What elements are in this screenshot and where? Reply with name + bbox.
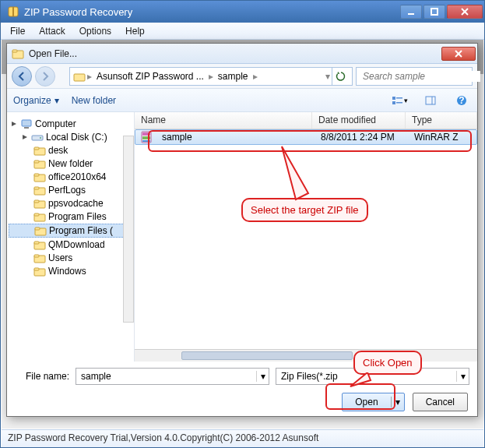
breadcrumb-segment[interactable]: Asunsoft ZIP Password ... [93, 71, 207, 82]
svg-rect-7 [12, 50, 17, 52]
svg-rect-30 [34, 174, 39, 176]
close-main-button[interactable] [447, 5, 483, 19]
main-titlebar[interactable]: ZIP Password Recovery [1, 1, 484, 23]
file-list[interactable]: sample 8/8/2011 2:24 PM WinRAR Z [135, 129, 477, 349]
annotation-click-open: Click Open [353, 351, 422, 375]
chevron-right-icon[interactable]: ▸ [253, 71, 258, 82]
folder-icon [33, 171, 46, 182]
tree-scrollbar[interactable] [123, 136, 134, 323]
column-date[interactable]: Date modified [312, 112, 406, 129]
breadcrumb-dropdown-icon[interactable]: ▾ [325, 71, 330, 82]
svg-rect-3 [431, 9, 438, 15]
tree-drive[interactable]: Local Disk (C:) [9, 131, 132, 143]
folder-icon [33, 158, 46, 169]
filename-dropdown-icon[interactable]: ▾ [256, 371, 269, 382]
folder-icon [33, 185, 46, 196]
preview-pane-button[interactable] [421, 92, 440, 109]
expander-open-icon[interactable] [21, 133, 29, 141]
expander-open-icon[interactable] [10, 120, 18, 128]
folder-icon [33, 266, 46, 277]
svg-rect-1 [12, 7, 14, 16]
svg-rect-21 [22, 120, 31, 126]
menu-file[interactable]: File [4, 24, 31, 38]
help-button[interactable]: ? [452, 92, 471, 109]
tree-folder[interactable]: Program Files ( [9, 224, 132, 238]
close-dialog-button[interactable] [441, 47, 476, 61]
folder-icon [73, 70, 86, 83]
svg-rect-36 [34, 213, 39, 216]
svg-rect-48 [142, 140, 150, 142]
folder-icon [33, 252, 46, 263]
forward-button[interactable] [35, 66, 55, 86]
list-item[interactable]: sample 8/8/2011 2:24 PM WinRAR Z [135, 129, 477, 145]
svg-rect-14 [396, 97, 402, 99]
folder-icon [33, 198, 46, 209]
filename-input[interactable] [76, 371, 256, 382]
open-dropdown-icon[interactable]: ▾ [392, 397, 404, 407]
horizontal-scrollbar[interactable] [135, 349, 477, 362]
open-button[interactable]: Open ▾ [342, 393, 404, 411]
tree-folder[interactable]: Users [9, 252, 132, 264]
tree-folder[interactable]: Program Files [9, 210, 132, 223]
minimize-button[interactable] [400, 5, 422, 19]
svg-rect-13 [392, 97, 395, 100]
folder-icon [33, 145, 46, 156]
drive-icon [31, 132, 44, 143]
breadcrumb[interactable]: ▸ Asunsoft ZIP Password ... ▸ sample ▸ ▾ [69, 67, 353, 86]
dialog-titlebar[interactable]: Open File... [7, 44, 477, 64]
folder-tree: Computer Local Disk (C:) deskNew foldero… [7, 112, 135, 362]
folder-icon [34, 225, 47, 236]
svg-rect-16 [396, 102, 402, 104]
svg-point-24 [40, 137, 41, 139]
tree-folder[interactable]: ppsvodcache [9, 197, 132, 210]
filename-combo[interactable]: ▾ [76, 368, 269, 385]
cancel-button[interactable]: Cancel [413, 393, 468, 411]
search-box[interactable] [356, 67, 473, 86]
chevron-right-icon[interactable]: ▸ [209, 71, 213, 82]
view-options-button[interactable]: ▾ [390, 92, 409, 109]
nav-bar: ▸ Asunsoft ZIP Password ... ▸ sample ▸ ▾ [7, 64, 477, 89]
svg-rect-47 [142, 136, 150, 139]
main-window-title: ZIP Password Recovery [24, 6, 400, 18]
menu-help[interactable]: Help [119, 24, 151, 38]
search-input[interactable] [363, 71, 480, 82]
column-name[interactable]: Name [135, 112, 312, 129]
back-button[interactable] [12, 66, 32, 86]
main-menubar: File Attack Options Help [1, 23, 484, 40]
list-header: Name Date modified Type [135, 112, 477, 129]
tree-folder[interactable]: office2010x64 [9, 171, 132, 183]
dialog-toolbar: Organize ▾ New folder ▾ ? [7, 89, 477, 112]
tree-folder[interactable]: QMDownload [9, 238, 132, 251]
svg-rect-46 [142, 132, 150, 136]
refresh-button[interactable] [332, 68, 349, 85]
new-folder-button[interactable]: New folder [72, 95, 116, 106]
svg-rect-42 [34, 255, 39, 257]
tree-folder[interactable]: desk [9, 144, 132, 157]
svg-rect-32 [34, 187, 39, 189]
tree-folder[interactable]: PerfLogs [9, 184, 132, 196]
svg-rect-10 [74, 74, 85, 81]
organize-button[interactable]: Organize ▾ [13, 95, 59, 106]
breadcrumb-segment[interactable]: sample [215, 71, 251, 82]
menu-options[interactable]: Options [73, 24, 118, 38]
menu-attack[interactable]: Attack [33, 24, 71, 38]
svg-rect-17 [426, 97, 435, 104]
column-type[interactable]: Type [406, 112, 477, 129]
filter-dropdown-icon[interactable]: ▾ [456, 371, 469, 382]
svg-text:?: ? [459, 95, 464, 106]
folder-icon [33, 211, 46, 222]
tree-computer[interactable]: Computer [9, 118, 132, 130]
dialog-icon [12, 48, 24, 60]
svg-rect-38 [35, 228, 40, 230]
filename-label: File name: [15, 371, 69, 382]
statusbar: ZIP Password Recovery Trial,Version 4.0.… [2, 429, 483, 447]
svg-rect-44 [34, 268, 39, 270]
tree-folder[interactable]: New folder [9, 157, 132, 170]
zip-file-icon [140, 131, 153, 143]
computer-icon [20, 118, 33, 129]
chevron-right-icon[interactable]: ▸ [87, 71, 92, 82]
svg-rect-34 [34, 200, 39, 203]
tree-folder[interactable]: Windows [9, 265, 132, 277]
file-list-pane: Name Date modified Type sample 8/8/2011 … [135, 112, 477, 362]
maximize-button[interactable] [423, 5, 445, 19]
